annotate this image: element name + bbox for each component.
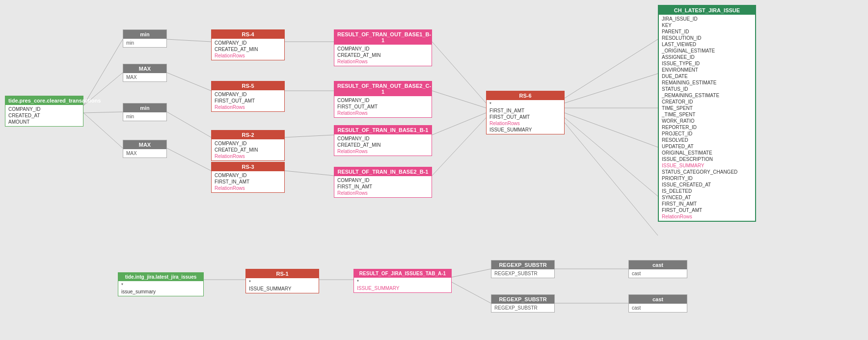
rs6-header: RS-6 [487, 91, 564, 100]
rs4-header: RS-4 [212, 30, 284, 39]
rs4-body: COMPANY_ID CREATED_AT_MIN RelationRows [212, 39, 284, 60]
min1-label: min [126, 40, 163, 46]
rs2-body: COMPANY_ID CREATED_AT_MIN RelationRows [212, 139, 284, 160]
ch-latest-header: CH_LATEST_JIRA_ISSUE [659, 6, 755, 15]
regexp1-header: REGEXP_SUBSTR [491, 261, 554, 269]
source-node-body: COMPANY_ID CREATED_AT AMOUNT [5, 105, 83, 126]
ch-field-24: ISSUE_SUMMARY [662, 162, 752, 169]
in-base2-field-2: FIRST_IN_AMT [337, 183, 429, 190]
cast2-body: cast [629, 304, 687, 312]
svg-line-24 [452, 269, 491, 277]
rs5-node[interactable]: RS-5 COMPANY_ID FIRST_OUT_AMT RelationRo… [211, 81, 285, 112]
ch-field-11: REMAINING_ESTIMATE [662, 79, 752, 86]
cast2-label: cast [632, 305, 684, 311]
out-base1-field-2: CREATED_AT_MIN [337, 52, 429, 58]
regexp2-header: REGEXP_SUBSTR [491, 295, 554, 304]
ch-field-30: FIRST_IN_AMT [662, 201, 752, 207]
ch-field-19: PROJECT_ID [662, 131, 752, 137]
rs5-header: RS-5 [212, 81, 284, 90]
ch-field-17: WORK_RATIO [662, 118, 752, 124]
jira-result-field-2: ISSUE_SUMMARY [357, 285, 448, 291]
svg-line-14 [432, 113, 486, 135]
cast1-label: cast [632, 270, 684, 277]
max2-node[interactable]: MAX MAX [123, 140, 167, 158]
rs5-field-3: RelationRows [215, 104, 281, 110]
rs3-node[interactable]: RS-3 COMPANY_ID FIRST_IN_AMT RelationRow… [211, 162, 285, 193]
ch-field-27: ISSUE_CREATED_AT [662, 182, 752, 188]
ch-field-12: STATUS_ID [662, 86, 752, 92]
rs2-field-1: COMPANY_ID [215, 140, 281, 147]
source-node[interactable]: tide.pres_core.cleared_transactions COMP… [5, 96, 83, 127]
jira-result-node[interactable]: RESULT_OF_JIRA_ISSUES_TAB_A-1 * ISSUE_SU… [353, 269, 452, 293]
in-base1-node[interactable]: RESULT_OF_TRAN_IN_BASE1_B-1 COMPANY_ID C… [334, 125, 432, 156]
ch-latest-node[interactable]: CH_LATEST_JIRA_ISSUE JIRA_ISSUE_ID KEY P… [658, 5, 756, 222]
svg-line-7 [167, 148, 211, 171]
svg-line-10 [285, 135, 334, 137]
rs1-field-1: * [249, 279, 316, 286]
out-base2-body: COMPANY_ID FIRST_OUT_AMT RelationRows [334, 96, 432, 117]
cast2-header: cast [629, 295, 687, 304]
in-base1-header: RESULT_OF_TRAN_IN_BASE1_B-1 [334, 126, 432, 134]
ch-field-14: CREATOR_ID [662, 99, 752, 105]
rs3-field-1: COMPANY_ID [215, 172, 281, 179]
svg-line-0 [83, 39, 123, 105]
rs6-field-5: ISSUE_SUMMARY [489, 127, 561, 133]
source-node-header: tide.pres_core.cleared_transactions [5, 96, 83, 105]
rs6-field-2: FIRST_IN_AMT [489, 107, 561, 114]
svg-line-17 [565, 74, 658, 103]
cast2-node[interactable]: cast cast [628, 294, 687, 313]
rs3-body: COMPANY_ID FIRST_IN_AMT RelationRows [212, 171, 284, 192]
rs3-field-3: RelationRows [215, 185, 281, 191]
rs2-field-2: CREATED_AT_MIN [215, 147, 281, 153]
ch-field-4: RESOLUTION_ID [662, 35, 752, 41]
max1-node[interactable]: MAX MAX [123, 64, 167, 82]
regexp1-label: REGEXP_SUBSTR [494, 270, 551, 277]
svg-line-12 [432, 42, 486, 103]
ch-field-8: ISSUE_TYPE_ID [662, 60, 752, 67]
ch-field-1: JIRA_ISSUE_ID [662, 16, 752, 22]
cast1-body: cast [629, 269, 687, 278]
regexp2-node[interactable]: REGEXP_SUBSTR REGEXP_SUBSTR [491, 294, 555, 313]
min1-body: min [123, 39, 166, 47]
out-base2-field-2: FIRST_OUT_AMT [337, 104, 429, 110]
min2-node[interactable]: min min [123, 103, 167, 121]
source2-header: tide.intg_jira.latest_jira_issues [118, 273, 203, 281]
ch-field-7: ASSIGNEE_ID [662, 54, 752, 60]
rs4-field-2: CREATED_AT_MIN [215, 46, 281, 52]
source2-field-1: * [121, 282, 200, 288]
svg-line-21 [565, 123, 658, 235]
rs1-node[interactable]: RS-1 * ISSUE_SUMMARY [245, 269, 319, 293]
min1-header: min [123, 30, 166, 39]
svg-line-13 [432, 91, 486, 108]
ch-field-22: ORIGINAL_ESTIMATE [662, 150, 752, 156]
cast1-node[interactable]: cast cast [628, 260, 687, 278]
svg-line-6 [167, 112, 211, 137]
rs3-field-2: FIRST_IN_AMT [215, 179, 281, 185]
source2-field-2: issue_summary [121, 288, 200, 295]
rs2-field-3: RelationRows [215, 153, 281, 159]
regexp1-node[interactable]: REGEXP_SUBSTR REGEXP_SUBSTR [491, 260, 555, 278]
in-base2-field-3: RelationRows [337, 190, 429, 196]
cast1-header: cast [629, 261, 687, 269]
rs6-field-4: RelationRows [489, 120, 561, 127]
ch-field-3: PARENT_ID [662, 28, 752, 35]
max1-body: MAX [123, 73, 166, 81]
ch-field-29: SYNCED_AT [662, 194, 752, 201]
rs2-node[interactable]: RS-2 COMPANY_ID CREATED_AT_MIN RelationR… [211, 130, 285, 161]
rs6-field-1: * [489, 101, 561, 107]
max1-header: MAX [123, 64, 166, 73]
min2-label: min [126, 113, 163, 120]
in-base2-node[interactable]: RESULT_OF_TRAN_IN_BASE2_B-1 COMPANY_ID F… [334, 167, 432, 198]
out-base1-node[interactable]: RESULT_OF_TRAN_OUT_BASE1_B-1 COMPANY_ID … [334, 29, 432, 66]
rs1-header: RS-1 [246, 269, 319, 278]
out-base2-field-3: RelationRows [337, 110, 429, 116]
min2-body: min [123, 112, 166, 121]
min1-node[interactable]: min min [123, 29, 167, 48]
rs1-body: * ISSUE_SUMMARY [246, 278, 319, 293]
source2-node[interactable]: tide.intg_jira.latest_jira_issues * issu… [118, 272, 204, 296]
rs4-node[interactable]: RS-4 COMPANY_ID CREATED_AT_MIN RelationR… [211, 29, 285, 60]
out-base1-header: RESULT_OF_TRAN_OUT_BASE1_B-1 [334, 30, 432, 45]
rs6-node[interactable]: RS-6 * FIRST_IN_AMT FIRST_OUT_AMT Relati… [486, 91, 565, 134]
in-base1-body: COMPANY_ID CREATED_AT_MIN RelationRows [334, 134, 432, 156]
out-base2-node[interactable]: RESULT_OF_TRAN_OUT_BASE2_C-1 COMPANY_ID … [334, 81, 432, 118]
